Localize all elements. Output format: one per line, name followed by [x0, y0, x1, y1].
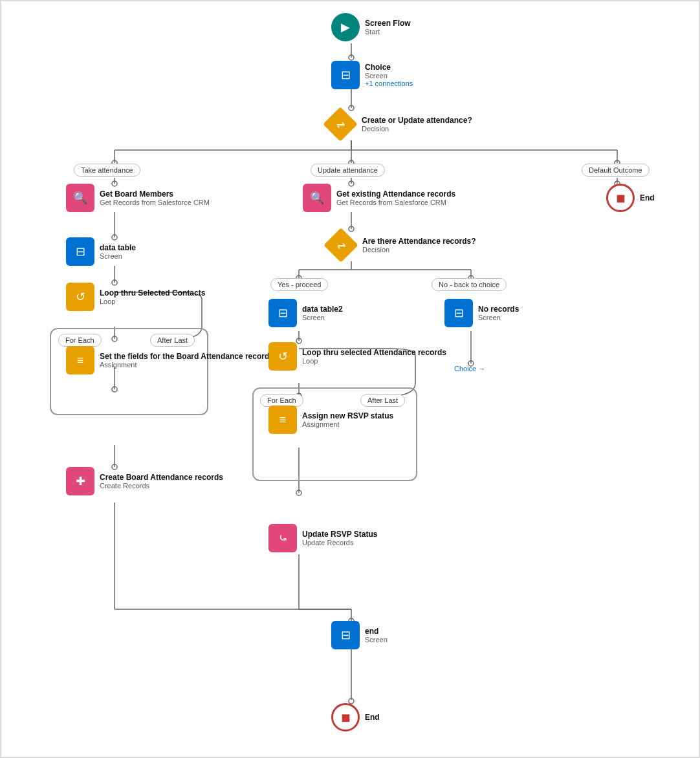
loop-attendance-node[interactable]: ↺ Loop thru selected Attendance records …: [268, 342, 446, 371]
start-subtitle: Start: [365, 28, 411, 36]
end-final-title: End: [365, 713, 380, 722]
end-title-right: End: [640, 193, 655, 202]
svg-point-1: [349, 55, 354, 60]
decision2-icon: ⇌: [325, 229, 357, 261]
get-existing-title: Get existing Attendance records: [336, 190, 455, 199]
start-icon: ▶: [331, 13, 360, 41]
end-final-icon: ◼: [331, 703, 360, 731]
decision2-subtitle: Decision: [362, 246, 476, 254]
no-records-subtitle: Screen: [478, 314, 519, 321]
choice-icon: ⊟: [331, 61, 360, 89]
set-fields-icon: ≡: [66, 346, 94, 374]
create-records-title: Create Board Attendance records: [100, 473, 223, 482]
data-table2-subtitle: Screen: [302, 314, 343, 321]
decision1-title: Create or Update attendance?: [362, 116, 472, 125]
get-board-members-title: Get Board Members: [100, 190, 210, 199]
loop-attendance-icon: ↺: [268, 342, 297, 371]
pill-yes-proceed: Yes - proceed: [270, 278, 328, 291]
data-table-subtitle: Screen: [100, 252, 136, 260]
no-records-icon: ⊟: [444, 299, 473, 327]
data-table-node[interactable]: ⊟ data table Screen: [66, 237, 136, 266]
assign-rsvp-subtitle: Assignment: [302, 420, 393, 428]
data-table2-title: data table2: [302, 305, 343, 314]
end-node-right: ◼ End: [606, 184, 655, 212]
get-board-members-subtitle: Get Records from Salesforce CRM: [100, 199, 210, 206]
assign-rsvp-title: Assign new RSVP status: [302, 411, 393, 420]
decision2-title: Are there Attendance records?: [362, 237, 476, 246]
update-rsvp-icon: ⤿: [268, 524, 297, 552]
loop-attendance-title: Loop thru selected Attendance records: [302, 348, 446, 357]
set-fields-node[interactable]: ≡ Set the fields for the Board Attendanc…: [66, 346, 269, 374]
get-board-members-node[interactable]: 🔍 Get Board Members Get Records from Sal…: [66, 184, 210, 212]
create-records-node[interactable]: ✚ Create Board Attendance records Create…: [66, 467, 223, 495]
loop-contacts-node[interactable]: ↺ Loop thru Selected Contacts Loop: [66, 283, 205, 311]
create-records-icon: ✚: [66, 467, 94, 495]
decision1-subtitle: Decision: [362, 125, 472, 133]
end-icon-right: ◼: [606, 184, 635, 212]
pill-for-each-1: For Each: [58, 334, 102, 347]
pill-after-last-2: After Last: [360, 394, 405, 407]
end-screen-subtitle: Screen: [365, 636, 388, 644]
svg-point-44: [296, 490, 301, 495]
get-existing-icon: 🔍: [303, 184, 331, 212]
pill-default-outcome: Default Outcome: [582, 164, 650, 177]
data-table-title: data table: [100, 243, 136, 252]
data-table2-node[interactable]: ⊟ data table2 Screen: [268, 299, 343, 327]
set-fields-title: Set the fields for the Board Attendance …: [100, 352, 269, 361]
choice-title: Choice: [365, 63, 413, 72]
choice-link-text[interactable]: +1 connections: [365, 80, 413, 87]
choice-node[interactable]: ⊟ Choice Screen +1 connections: [331, 61, 413, 89]
get-board-members-icon: 🔍: [66, 184, 94, 212]
data-table2-icon: ⊟: [268, 299, 297, 327]
choice-link-arrow[interactable]: Choice →: [454, 365, 485, 373]
flow-canvas: ▶ Screen Flow Start ⊟ Choice Screen +1 c…: [0, 0, 700, 758]
start-node: ▶ Screen Flow Start: [331, 13, 411, 41]
update-rsvp-subtitle: Update Records: [302, 539, 377, 547]
get-existing-subtitle: Get Records from Salesforce CRM: [336, 199, 455, 206]
decision2-node[interactable]: ⇌ Are there Attendance records? Decision: [325, 229, 476, 261]
pill-update-attendance: Update attendance: [311, 164, 385, 177]
end-final-node: ◼ End: [331, 703, 380, 731]
no-records-node[interactable]: ⊟ No records Screen: [444, 299, 519, 327]
update-rsvp-node[interactable]: ⤿ Update RSVP Status Update Records: [268, 524, 377, 552]
loop-contacts-icon: ↺: [66, 283, 94, 311]
decision1-node[interactable]: ⇌ Create or Update attendance? Decision: [324, 108, 472, 140]
end-screen-icon: ⊟: [331, 621, 360, 649]
choice-subtitle: Screen: [365, 72, 413, 80]
loop-contacts-subtitle: Loop: [100, 298, 205, 305]
set-fields-subtitle: Assignment: [100, 361, 269, 369]
pill-for-each-2: For Each: [260, 394, 303, 407]
loop-contacts-title: Loop thru Selected Contacts: [100, 288, 205, 298]
no-records-title: No records: [478, 305, 519, 314]
start-title: Screen Flow: [365, 19, 411, 28]
create-records-subtitle: Create Records: [100, 482, 223, 490]
update-rsvp-title: Update RSVP Status: [302, 530, 377, 539]
end-screen-title: end: [365, 627, 388, 636]
loop-attendance-subtitle: Loop: [302, 357, 446, 365]
assign-rsvp-node[interactable]: ≡ Assign new RSVP status Assignment: [268, 406, 393, 434]
decision1-icon: ⇌: [324, 108, 356, 140]
pill-take-attendance: Take attendance: [74, 164, 140, 177]
assign-rsvp-icon: ≡: [268, 406, 297, 434]
data-table-icon: ⊟: [66, 237, 94, 266]
pill-after-last-1: After Last: [150, 334, 195, 347]
get-existing-node[interactable]: 🔍 Get existing Attendance records Get Re…: [303, 184, 455, 212]
pill-no-back: No - back to choice: [432, 278, 507, 291]
end-screen-node[interactable]: ⊟ end Screen: [331, 621, 388, 649]
